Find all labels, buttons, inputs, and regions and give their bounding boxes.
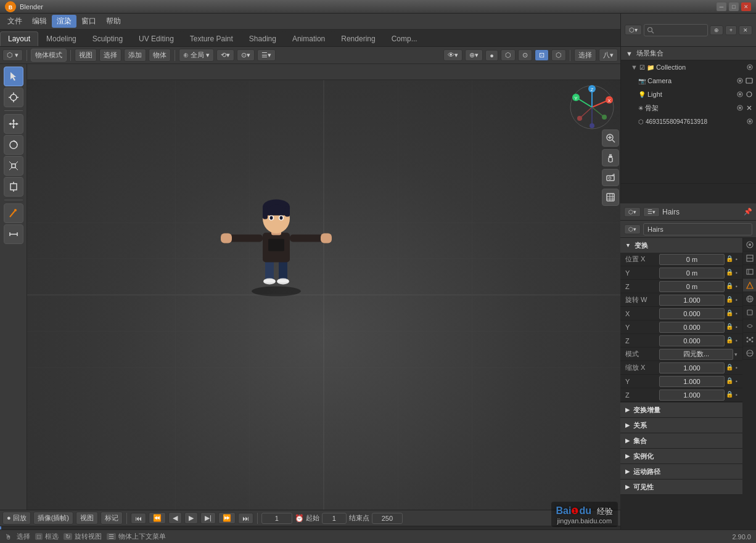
prev-keyframe-btn[interactable]: ⏪ xyxy=(149,512,166,524)
pan-btn[interactable] xyxy=(602,149,619,166)
rotation-y-lock[interactable]: 🔒 xyxy=(726,323,734,332)
current-frame-input[interactable]: 1 xyxy=(261,513,292,524)
select-menu-btn[interactable]: 选择 xyxy=(99,49,121,62)
props-tab-modifier[interactable] xyxy=(743,319,756,333)
outliner-filter-btn[interactable]: ⊕ xyxy=(710,25,723,35)
select-mode-btn[interactable]: 选择 xyxy=(574,49,596,62)
props-tab-particle[interactable] xyxy=(743,333,756,346)
menu-window[interactable]: 窗口 xyxy=(76,15,101,28)
interpolation-btn[interactable]: 插像(插帧) xyxy=(33,512,73,525)
hairs-name-input[interactable]: Hairs xyxy=(643,223,752,235)
skeleton-eye-icon[interactable] xyxy=(736,104,744,112)
camera-view-btn[interactable] xyxy=(602,169,619,186)
scale-y-input[interactable]: 1.000 xyxy=(659,376,725,387)
tab-shading[interactable]: Shading xyxy=(241,31,284,46)
add-menu-btn[interactable]: 添加 xyxy=(124,49,146,62)
solid-view-btn[interactable]: ⊡ xyxy=(535,49,549,61)
delta-transform-header[interactable]: 变换增量 xyxy=(620,402,742,417)
outliner-del-btn[interactable]: ✕ xyxy=(739,25,752,35)
outliner-type-btn[interactable]: ⬡▾ xyxy=(625,25,642,35)
navigation-gizmo[interactable]: X Y Z xyxy=(567,83,617,132)
rotation-z-lock[interactable]: 🔒 xyxy=(726,337,734,345)
props-tab-object[interactable] xyxy=(743,306,756,319)
material-preview-btn[interactable]: ⬡ xyxy=(501,49,516,61)
props-tab-view-layer[interactable] xyxy=(743,265,756,279)
rotate-tool-btn[interactable] xyxy=(4,135,23,155)
transform-tool-btn[interactable] xyxy=(4,177,23,197)
tab-layout[interactable]: Layout xyxy=(0,31,38,46)
hairs-panel-options-btn[interactable]: ☰▾ xyxy=(643,207,660,217)
end-frame-input[interactable]: 250 xyxy=(372,513,403,524)
outliner-item-mesh[interactable]: ⬡ 469315580947613918 xyxy=(621,115,756,128)
prev-frame-btn[interactable]: ◀ xyxy=(168,512,182,524)
next-frame-btn[interactable]: ▶| xyxy=(200,512,216,524)
menu-render[interactable]: 渲染 xyxy=(52,15,76,28)
view-menu-btn[interactable]: 视图 xyxy=(75,49,97,62)
start-frame-input[interactable]: 1 xyxy=(322,513,347,524)
transform-section-header[interactable]: 变换 xyxy=(620,238,742,253)
tab-uv-editing[interactable]: UV Editing xyxy=(131,31,182,46)
outliner-search[interactable] xyxy=(644,24,708,36)
markers-btn[interactable]: 标记 xyxy=(101,512,123,525)
outliner-item-collection[interactable]: ▼ ☑ 📁 Collection xyxy=(621,60,756,74)
scale-z-lock[interactable]: 🔒 xyxy=(726,391,734,399)
viewport-overlay-btn[interactable]: 👁▾ xyxy=(443,49,462,61)
menu-file[interactable]: 文件 xyxy=(2,15,27,28)
zoom-in-btn[interactable] xyxy=(602,129,619,147)
rotation-x-input[interactable]: 0.000 xyxy=(659,308,725,319)
rotation-w-input[interactable]: 1.000 xyxy=(659,295,725,306)
grid-view-btn[interactable] xyxy=(602,189,619,206)
rotation-x-lock[interactable]: 🔒 xyxy=(726,309,734,318)
playback-menu-btn[interactable]: ● 回放 xyxy=(2,512,31,525)
rotation-y-input[interactable]: 0.000 xyxy=(659,322,725,333)
move-tool-btn[interactable] xyxy=(4,114,23,134)
character-3d-model[interactable] xyxy=(215,161,338,299)
proportional-edit-btn[interactable]: ⊙▾ xyxy=(237,49,255,61)
relations-header[interactable]: 关系 xyxy=(620,418,742,433)
position-z-lock[interactable]: 🔒 xyxy=(726,282,734,291)
props-tab-scene[interactable] xyxy=(743,279,756,292)
jump-start-btn[interactable]: ⏮ xyxy=(131,513,146,524)
props-tab-render[interactable] xyxy=(743,238,756,251)
rotation-mode-dropdown[interactable]: 四元数... xyxy=(659,349,733,360)
snap-btn[interactable]: ☰▾ xyxy=(257,49,276,61)
scale-x-lock[interactable]: 🔒 xyxy=(726,364,734,372)
outliner-add-btn[interactable]: + xyxy=(725,25,737,35)
tab-modeling[interactable]: Modeling xyxy=(38,31,84,46)
position-y-input[interactable]: 0 m xyxy=(659,267,725,279)
props-tab-output[interactable] xyxy=(743,251,756,265)
position-x-lock[interactable]: 🔒 xyxy=(726,255,734,264)
annotate-tool-btn[interactable] xyxy=(4,203,23,223)
tab-sculpting[interactable]: Sculpting xyxy=(84,31,131,46)
tab-compositing[interactable]: Comp... xyxy=(384,31,425,46)
transform-snap-btn[interactable]: ⟲▾ xyxy=(216,49,234,61)
tab-texture-paint[interactable]: Texture Paint xyxy=(182,31,241,46)
camera-eye-icon[interactable] xyxy=(736,77,744,84)
object-menu-btn[interactable]: 物体 xyxy=(149,49,171,62)
gizmo-btn[interactable]: ⊕▾ xyxy=(465,49,483,61)
wireframe-btn[interactable]: ⬡ xyxy=(551,49,566,61)
minimize-button[interactable]: ─ xyxy=(717,2,726,11)
visibility-header[interactable]: 可见性 xyxy=(620,480,742,494)
props-tab-physics[interactable] xyxy=(743,346,756,360)
viewport-canvas[interactable] xyxy=(27,80,620,510)
scale-tool-btn[interactable] xyxy=(4,156,23,176)
position-x-input[interactable]: 0 m xyxy=(659,254,725,265)
tab-animation[interactable]: Animation xyxy=(284,31,333,46)
close-button[interactable]: ✕ xyxy=(741,2,751,11)
outliner-item-light[interactable]: 💡 Light xyxy=(621,88,756,101)
editor-type-btn[interactable]: ⬡ ▾ xyxy=(2,49,23,61)
scale-x-input[interactable]: 1.000 xyxy=(659,362,725,374)
hairs-panel-type-btn[interactable]: ⬡▾ xyxy=(624,207,641,217)
view-timeline-btn[interactable]: 视图 xyxy=(76,512,98,525)
instancing-header[interactable]: 实例化 xyxy=(620,449,742,463)
cursor-tool-btn[interactable] xyxy=(4,88,23,107)
render-viewport-btn[interactable]: ● xyxy=(485,50,498,61)
light-eye-icon[interactable] xyxy=(736,91,744,98)
motion-path-header[interactable]: 运动路径 xyxy=(620,464,742,479)
scale-y-lock[interactable]: 🔒 xyxy=(726,377,734,386)
maximize-button[interactable]: □ xyxy=(729,2,739,11)
measure-tool-btn[interactable] xyxy=(4,224,23,244)
global-transform-btn[interactable]: ⊕ 全局 ▾ xyxy=(179,49,214,62)
pivot-btn[interactable]: 八▾ xyxy=(599,49,618,62)
